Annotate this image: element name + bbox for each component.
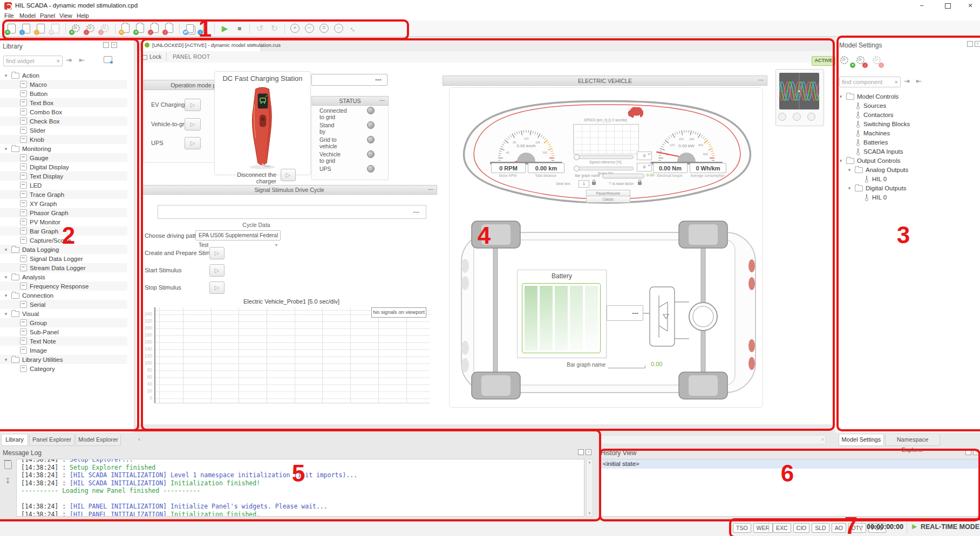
new-panel-button[interactable]: + bbox=[4, 22, 19, 36]
open-model-button[interactable]: + bbox=[133, 22, 147, 36]
start-simulation-button[interactable]: ▶ bbox=[217, 22, 232, 36]
gear-select[interactable]: 1 bbox=[579, 180, 589, 188]
tree-folder-library-utilities[interactable]: ▾Library Utilities bbox=[0, 355, 127, 364]
add-model-settings-icon[interactable]: + bbox=[840, 56, 848, 66]
zoom-fit-button[interactable]: ▫ bbox=[331, 22, 346, 36]
export-model-settings-icon[interactable]: ↓ bbox=[856, 56, 865, 66]
tree-item-category[interactable]: Category bbox=[0, 364, 127, 373]
tree-item-text-note[interactable]: Text Note bbox=[0, 336, 127, 346]
caret-down-icon[interactable]: ▾ bbox=[3, 311, 9, 317]
caret-down-icon[interactable]: ▾ bbox=[3, 357, 9, 362]
copy-settings-button[interactable]: ⇄ bbox=[182, 22, 197, 36]
add-settings-button[interactable]: + bbox=[69, 22, 83, 36]
tree-folder-action[interactable]: ▾Action bbox=[0, 71, 127, 80]
tree-item-scada-inputs[interactable]: SCADA Inputs bbox=[835, 147, 979, 156]
collapse-all-icon[interactable]: ⇤ bbox=[916, 77, 922, 85]
tree-folder-analysis[interactable]: ▾Analysis bbox=[0, 272, 127, 281]
dock-tab-panel-explorer[interactable]: Panel Explorer bbox=[29, 435, 74, 446]
status-toggle-tso[interactable]: TSO bbox=[733, 523, 751, 533]
float-panel-icon[interactable] bbox=[101, 42, 109, 52]
ups-run-button[interactable]: ▷ bbox=[185, 137, 201, 149]
collapse-ev-icon[interactable]: — bbox=[758, 77, 764, 83]
tree-item-signal-data-logger[interactable]: Signal Data Logger bbox=[0, 254, 127, 263]
tree-item-frequency-response[interactable]: Frequency Response bbox=[0, 281, 127, 291]
clear-log-icon[interactable] bbox=[4, 462, 12, 469]
restore-button[interactable] bbox=[937, 0, 958, 12]
caret-down-icon[interactable]: ▾ bbox=[3, 247, 9, 252]
minimize-button[interactable]: – bbox=[911, 0, 933, 12]
history-scrollbar[interactable]: › bbox=[599, 435, 826, 444]
panel-tab[interactable]: [UNLOCKED] [ACTIVE] - dynamic model stim… bbox=[140, 38, 261, 52]
export-model-settings-alt-icon[interactable]: ↓ bbox=[873, 56, 881, 66]
dock-tab-namespace-explorer[interactable]: Namespace Explorer bbox=[885, 435, 940, 446]
tree-item-switching-blocks[interactable]: Switching Blocks bbox=[835, 119, 979, 128]
log-scrollbar[interactable]: ▴ ▾ bbox=[586, 459, 593, 517]
tree-folder-data-logging[interactable]: ▾Data Logging bbox=[0, 245, 127, 254]
vehicle-to-grid-run-button[interactable]: ▷ bbox=[185, 118, 201, 130]
caret-down-icon[interactable]: ▾ bbox=[3, 274, 9, 280]
tree-item-gauge[interactable]: Gauge bbox=[0, 153, 127, 162]
tab-close-icon[interactable]: × bbox=[253, 42, 256, 48]
tree-item-text-box[interactable]: Text Box bbox=[0, 98, 127, 107]
caret-down-icon[interactable]: ▾ bbox=[838, 158, 843, 163]
capture-scope-preview[interactable] bbox=[775, 69, 824, 126]
float-panel-icon[interactable] bbox=[576, 449, 584, 459]
undo-button[interactable]: ↺ bbox=[253, 22, 267, 36]
collapse-stimulus-icon[interactable]: — bbox=[428, 186, 433, 192]
tree-folder-connection[interactable]: ▾Connection bbox=[0, 291, 127, 300]
tree-item-image[interactable]: Image bbox=[0, 346, 127, 355]
tree-item-sub-panel[interactable]: Sub-Panel bbox=[0, 327, 127, 336]
status-toggle-wer[interactable]: WER bbox=[753, 523, 773, 533]
tree-item-stream-data-logger[interactable]: Stream Data Logger bbox=[0, 263, 127, 272]
tree-item-button[interactable]: Button bbox=[0, 89, 127, 98]
tree-item-batteries[interactable]: Batteries bbox=[835, 138, 979, 147]
brake-spinbox[interactable]: 0 bbox=[637, 163, 652, 171]
probe-graph-plot[interactable] bbox=[154, 307, 430, 403]
menu-view[interactable]: View bbox=[59, 12, 72, 19]
status-indicator-ao[interactable]: AO bbox=[832, 523, 846, 533]
status-indicator-sld[interactable]: SLD bbox=[812, 523, 829, 533]
caret-down-icon[interactable]: ▾ bbox=[3, 146, 9, 152]
menu-file[interactable]: File bbox=[4, 12, 14, 19]
model-search-input[interactable]: find component × bbox=[839, 77, 901, 87]
tree-item-sources[interactable]: Sources bbox=[835, 101, 979, 110]
stimulus-group-header[interactable]: Signal Stimulus Drive Cycle— bbox=[141, 185, 437, 195]
tree-folder-digital-outputs[interactable]: ▾Digital Outputs bbox=[835, 183, 979, 193]
scope-knob-icon[interactable] bbox=[778, 113, 786, 121]
redo-button[interactable]: ↻ bbox=[267, 22, 282, 36]
close-panel-icon[interactable]: × bbox=[973, 41, 980, 51]
ev-panel-header[interactable]: ELECTRIC VEHICLE— bbox=[443, 75, 767, 86]
scroll-right-icon[interactable]: › bbox=[822, 436, 824, 442]
status-indicator-cio[interactable]: CIO bbox=[793, 523, 810, 533]
caret-down-icon[interactable]: ▾ bbox=[3, 293, 9, 298]
float-panel-icon[interactable] bbox=[964, 449, 971, 459]
create-stimulus-run-button[interactable]: ▷ bbox=[209, 247, 224, 259]
tree-folder-visual[interactable]: ▾Visual bbox=[0, 309, 127, 318]
collapse-all-icon[interactable]: ⇤ bbox=[79, 56, 85, 64]
caret-down-icon[interactable]: ▾ bbox=[847, 185, 852, 191]
cycle-data-display[interactable]: --- bbox=[158, 205, 426, 219]
disconnect-run-button[interactable]: ▷ bbox=[281, 169, 296, 181]
export-model-button[interactable]: ↓ bbox=[162, 22, 176, 36]
tree-item-digital-display[interactable]: Digital Display bbox=[0, 162, 127, 171]
caret-down-icon[interactable]: ▾ bbox=[847, 167, 852, 173]
close-panel-icon[interactable]: × bbox=[971, 449, 979, 459]
tree-item-slider[interactable]: Slider bbox=[0, 126, 127, 135]
tree-item-capture-scope[interactable]: Capture/Scope bbox=[0, 236, 127, 245]
caret-down-icon[interactable]: ▾ bbox=[3, 73, 9, 78]
tree-item-hil-0[interactable]: HIL 0 bbox=[835, 193, 979, 202]
export-settings-alt-button[interactable]: ↓ bbox=[98, 22, 112, 36]
brake-slider[interactable] bbox=[574, 167, 634, 170]
tree-item-trace-graph[interactable]: Trace Graph bbox=[0, 190, 127, 199]
calibration-button[interactable]: ↓ bbox=[197, 22, 212, 36]
tree-folder-analog-outputs[interactable]: ▾Analog Outputs bbox=[835, 165, 979, 174]
status-group-header[interactable]: STATUS— bbox=[311, 96, 389, 106]
status-indicator-exc[interactable]: EXC bbox=[773, 523, 791, 533]
tree-folder-monitoring[interactable]: ▾Monitoring bbox=[0, 144, 127, 153]
export-settings-button[interactable]: ↓ bbox=[83, 22, 98, 36]
tree-item-macro[interactable]: Macro bbox=[0, 80, 127, 89]
ev-charging-run-button[interactable]: ▷ bbox=[185, 99, 201, 111]
open-panel-button[interactable]: ↓ bbox=[19, 22, 33, 36]
tree-item-check-box[interactable]: Check Box bbox=[0, 116, 127, 126]
speed-reference-slider[interactable] bbox=[574, 155, 634, 159]
